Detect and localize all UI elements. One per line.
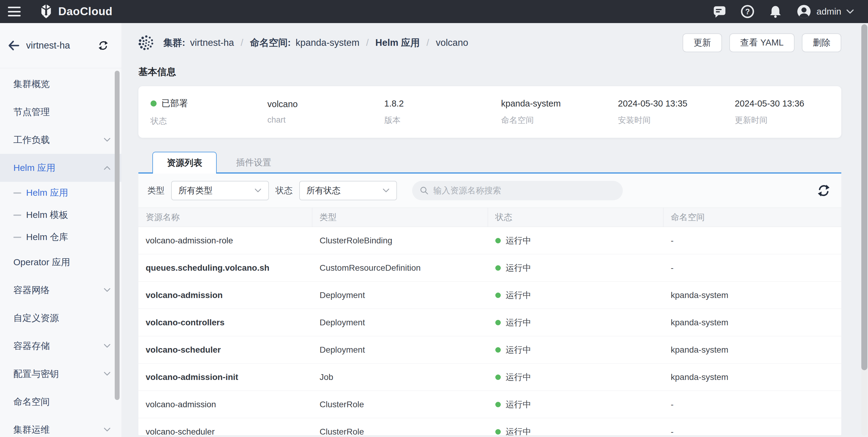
chevron-down-icon xyxy=(103,137,111,143)
info-field-1: volcanochart xyxy=(268,99,384,125)
sidebar-item-11[interactable]: 配置与密钥 xyxy=(0,360,121,388)
status-text: 运行中 xyxy=(506,317,531,329)
chevron-up-icon xyxy=(103,165,111,170)
basic-info-card: 已部署状态volcanochart1.8.2版本kpanda-system命名空… xyxy=(138,86,841,138)
cluster-name: virtnest-ha xyxy=(26,40,70,51)
tabs: 资源列表 插件设置 xyxy=(138,152,841,174)
topbar: DaoCloud ? xyxy=(0,0,868,23)
user-menu[interactable]: admin xyxy=(796,4,854,19)
status-dot-green xyxy=(495,402,501,407)
sidebar-menu: 集群概览节点管理工作负载Helm 应用Helm 应用Helm 模板Helm 仓库… xyxy=(0,68,121,437)
info-value: volcano xyxy=(268,99,298,109)
bell-icon[interactable] xyxy=(769,5,782,19)
sidebar-item-8[interactable]: 容器网络 xyxy=(0,276,121,304)
status-dot-green xyxy=(495,265,501,271)
cell-status: 运行中 xyxy=(488,282,663,309)
breadcrumb-segment[interactable]: virtnest-ha xyxy=(190,37,234,48)
info-value: 2024-05-30 13:35 xyxy=(618,99,687,108)
cell-resource-name: volcano-scheduler xyxy=(138,336,312,363)
cell-resource-type: ClusterRole xyxy=(312,418,488,435)
cell-resource-type: Job xyxy=(312,364,488,391)
table-row[interactable]: volcano-schedulerDeployment运行中kpanda-sys… xyxy=(138,336,841,364)
tab-resource-list[interactable]: 资源列表 xyxy=(152,152,217,174)
table-row[interactable]: volcano-controllersDeployment运行中kpanda-s… xyxy=(138,309,841,336)
cell-namespace: - xyxy=(663,391,841,418)
cell-resource-type: ClusterRole xyxy=(312,391,488,418)
sidebar-item-12[interactable]: 命名空间 xyxy=(0,388,121,416)
sidebar-item-10[interactable]: 容器存储 xyxy=(0,332,121,360)
status-dot-green xyxy=(495,238,501,243)
back-arrow-icon[interactable] xyxy=(8,40,20,51)
sidebar-subitem-4[interactable]: Helm 应用 xyxy=(0,182,121,204)
help-icon[interactable]: ? xyxy=(741,5,754,19)
chevron-down-icon xyxy=(103,427,111,432)
chevron-down-icon xyxy=(846,9,854,14)
sidebar-item-7[interactable]: Operator 应用 xyxy=(0,248,121,276)
chevron-down-icon xyxy=(103,343,111,349)
chevron-down-icon xyxy=(103,287,111,293)
refresh-icon[interactable] xyxy=(816,183,831,198)
cell-resource-name: volcano-controllers xyxy=(138,309,312,336)
sidebar-item-2[interactable]: 工作负载 xyxy=(0,126,121,154)
sidebar-item-9[interactable]: 自定义资源 xyxy=(0,304,121,332)
breadcrumb-segment[interactable]: Helm 应用 xyxy=(375,36,420,49)
breadcrumb-segment[interactable]: volcano xyxy=(436,37,468,48)
page-scrollbar-thumb[interactable] xyxy=(861,24,867,370)
sidebar-subitem-6[interactable]: Helm 仓库 xyxy=(0,226,121,248)
type-filter-select[interactable]: 所有类型 xyxy=(171,181,269,200)
table-row[interactable]: queues.scheduling.volcano.shCustomResour… xyxy=(138,254,841,282)
info-label: chart xyxy=(268,115,384,125)
sidebar-subitem-5[interactable]: Helm 模板 xyxy=(0,204,121,226)
search-icon xyxy=(420,185,429,196)
breadcrumb-separator: / xyxy=(239,37,245,48)
breadcrumb-segment[interactable]: kpanda-system xyxy=(296,37,359,48)
delete-button[interactable]: 删除 xyxy=(802,33,841,52)
tab-plugin-settings[interactable]: 插件设置 xyxy=(222,152,285,174)
breadcrumb-separator: / xyxy=(364,37,371,48)
info-field-5: 2024-05-30 13:36更新时间 xyxy=(735,99,851,126)
cell-namespace: - xyxy=(663,227,841,254)
view-yaml-button[interactable]: 查看 YAML xyxy=(729,33,795,52)
cell-resource-name: queues.scheduling.volcano.sh xyxy=(138,254,312,281)
sidebar-item-13[interactable]: 集群运维 xyxy=(0,416,121,437)
menu-hamburger-icon[interactable] xyxy=(8,7,21,17)
cell-status: 运行中 xyxy=(488,336,663,363)
breadcrumb-segment[interactable]: 集群: xyxy=(163,36,185,49)
cell-resource-name: volcano-scheduler xyxy=(138,418,312,435)
status-text: 运行中 xyxy=(506,426,531,435)
sidebar-item-3[interactable]: Helm 应用 xyxy=(0,154,121,182)
main-area: 集群:virtnest-ha/命名空间:kpanda-system/Helm 应… xyxy=(121,23,868,437)
sidebar-scrollbar[interactable] xyxy=(115,71,120,400)
info-value: 1.8.2 xyxy=(384,99,404,108)
status-dot-green xyxy=(495,320,501,325)
search-box xyxy=(412,181,623,200)
table-row[interactable]: volcano-admission-roleClusterRoleBinding… xyxy=(138,227,841,254)
cell-status: 运行中 xyxy=(488,418,663,435)
brand-logo[interactable]: DaoCloud xyxy=(38,4,113,20)
sidebar-item-0[interactable]: 集群概览 xyxy=(0,70,121,98)
cell-namespace: kpanda-system xyxy=(663,309,841,336)
table-row[interactable]: volcano-admissionDeployment运行中kpanda-sys… xyxy=(138,282,841,309)
info-label: 命名空间 xyxy=(501,115,618,126)
cluster-switch-icon[interactable] xyxy=(98,40,108,51)
status-dot-green xyxy=(495,429,501,435)
search-input[interactable] xyxy=(433,186,616,195)
breadcrumb-segment[interactable]: 命名空间: xyxy=(250,36,291,49)
status-filter-value: 所有状态 xyxy=(307,185,341,196)
status-text: 运行中 xyxy=(506,289,531,301)
cell-resource-type: Deployment xyxy=(312,336,488,363)
status-text: 运行中 xyxy=(506,371,531,383)
table-row[interactable]: volcano-admission-initJob运行中kpanda-syste… xyxy=(138,364,841,391)
username: admin xyxy=(816,6,841,17)
info-value: 已部署 xyxy=(161,97,188,110)
type-filter-label: 类型 xyxy=(148,185,164,196)
table-row[interactable]: volcano-admissionClusterRole运行中- xyxy=(138,391,841,418)
sidebar-item-1[interactable]: 节点管理 xyxy=(0,98,121,126)
status-dot-green xyxy=(495,347,501,353)
table-row[interactable]: volcano-schedulerClusterRole运行中- xyxy=(138,418,841,435)
message-icon[interactable] xyxy=(713,5,726,19)
status-filter-select[interactable]: 所有状态 xyxy=(299,181,397,200)
update-button[interactable]: 更新 xyxy=(683,33,722,52)
page-scrollbar-track[interactable] xyxy=(861,24,867,436)
info-label: 状态 xyxy=(151,116,268,127)
